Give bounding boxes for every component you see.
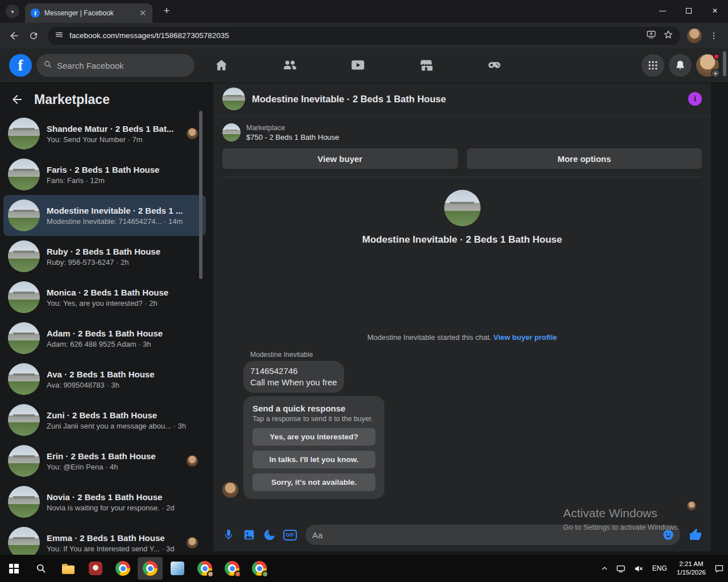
system-clock[interactable]: 2:21 AM 1/15/2026 (672, 555, 710, 582)
seen-indicator-avatar (687, 501, 696, 510)
reload-icon[interactable] (25, 27, 42, 44)
facebook-header: f Search Facebook (0, 48, 728, 82)
chrome-icon-4[interactable] (246, 555, 273, 582)
conversation-item[interactable]: Modestine Inevitable · 2 Beds 1 ... Mode… (3, 195, 206, 236)
conversation-sender-avatar (187, 128, 198, 139)
notifications-bell-icon[interactable] (669, 54, 692, 77)
tab-friends[interactable] (274, 52, 305, 79)
conversation-item[interactable]: Adam · 2 Beds 1 Bath House Adam: 626 488… (3, 318, 206, 359)
conversation-time: · 4h (103, 463, 118, 471)
message-input[interactable] (312, 530, 661, 540)
tab-title: Messenger | Facebook (44, 9, 133, 17)
tab-watch[interactable] (342, 52, 374, 79)
install-app-icon[interactable] (646, 30, 656, 42)
site-info-icon[interactable] (55, 30, 64, 41)
facebook-search-input[interactable]: Search Facebook (36, 54, 195, 77)
conversation-name: Ruby · 2 Beds 1 Bath House (47, 247, 201, 256)
page-scrollbar[interactable] (723, 51, 726, 76)
listing-title: $750 - 2 Beds 1 Bath House (246, 133, 339, 142)
network-icon[interactable] (612, 555, 630, 582)
chrome-icon-2[interactable] (191, 555, 218, 582)
chrome-icon-3[interactable] (218, 555, 246, 582)
chrome-icon-active[interactable] (138, 557, 163, 580)
browser-tab[interactable]: f Messenger | Facebook ✕ (25, 3, 152, 23)
conversation-preview: Adam: 626 488 9525 Adam (47, 340, 136, 348)
conversation-preview: You: If You are Interested send Y... (47, 544, 160, 553)
conversation-item[interactable]: Ruby · 2 Beds 1 Bath House Ruby: 956-573… (3, 236, 206, 277)
url-bar[interactable]: facebook.com/messages/t/1586827305782035 (48, 27, 680, 45)
conversation-item[interactable]: Novia · 2 Beds 1 Bath House Novia is wai… (3, 481, 206, 522)
sidebar-header: Marketplace (0, 82, 209, 112)
conversation-time: · 3h (105, 381, 119, 389)
speaker-muted-icon[interactable] (630, 555, 647, 582)
conversation-preview: Modestine Inevitable: 714654274... (47, 217, 162, 226)
conversation-time: · 7m (126, 135, 143, 144)
conversation-item[interactable]: Emma · 2 Beds 1 Bath House You: If You a… (3, 522, 206, 555)
chat-listing-avatar[interactable] (222, 88, 245, 110)
account-avatar[interactable]: ▾ (696, 54, 719, 77)
bookmark-star-icon[interactable] (663, 30, 673, 42)
close-button[interactable]: ✕ (702, 0, 728, 22)
conversation-info-icon[interactable]: i (688, 92, 702, 106)
taskbar-search-icon[interactable] (27, 555, 55, 582)
tab-home[interactable] (205, 52, 237, 79)
conversation-item[interactable]: Ava · 2 Beds 1 Bath House Ava: 909504878… (3, 359, 206, 400)
message-line-2: Call me When you free (250, 377, 337, 388)
sidebar-title: Marketplace (34, 92, 110, 107)
conversation-name: Ava · 2 Beds 1 Bath House (47, 369, 201, 379)
windows-logo-icon (9, 564, 19, 573)
chat-header: Modestine Inevitable · 2 Beds 1 Bath Hou… (213, 82, 711, 115)
conversation-item[interactable]: Monica · 2 Beds 1 Bath House You: Yes, a… (3, 277, 206, 318)
quick-reply-button[interactable]: In talks. I'll let you know. (253, 451, 375, 468)
chrome-icon-1[interactable] (109, 555, 136, 582)
listing-avatar (8, 281, 40, 313)
language-indicator[interactable]: ENG (647, 555, 672, 582)
new-tab-button[interactable]: + (159, 3, 174, 18)
listing-avatar (8, 445, 40, 477)
conversation-time: · 14m (162, 217, 183, 226)
tab-search-button[interactable]: ▾ (6, 5, 19, 18)
emoji-icon[interactable] (661, 527, 676, 542)
sender-profile-avatar[interactable] (222, 482, 238, 498)
back-icon[interactable] (6, 27, 23, 44)
back-arrow-icon[interactable] (9, 92, 25, 107)
gif-icon[interactable]: GIF (283, 527, 297, 542)
quick-reply-button[interactable]: Yes, are you interested? (253, 428, 375, 446)
maximize-button[interactable] (676, 0, 702, 22)
conversation-name: Monica · 2 Beds 1 Bath House (47, 288, 201, 297)
conversation-time: · 3h (171, 422, 186, 430)
voice-clip-icon[interactable] (221, 527, 236, 542)
app-icon-blue[interactable] (164, 555, 191, 582)
thumbs-up-icon[interactable] (688, 527, 703, 542)
browser-menu-icon[interactable] (705, 27, 722, 44)
view-buyer-button[interactable]: View buyer (222, 148, 458, 169)
facebook-logo[interactable]: f (9, 54, 32, 77)
tray-chevron-up-icon[interactable] (597, 555, 612, 582)
conversation-preview: Faris: Faris (47, 176, 84, 185)
minimize-button[interactable]: — (650, 0, 676, 22)
conversation-item[interactable]: Erin · 2 Beds 1 Bath House You: @Erin Pe… (3, 440, 206, 481)
tab-marketplace[interactable] (410, 52, 442, 79)
chat-title: Modestine Inevitable · 2 Beds 1 Bath Hou… (252, 94, 681, 105)
attach-photo-icon[interactable] (242, 527, 257, 542)
apps-grid-icon[interactable] (642, 54, 664, 77)
facebook-header-actions: ▾ (642, 54, 719, 77)
view-buyer-profile-link[interactable]: View buyer profile (494, 333, 557, 342)
browser-profile-avatar[interactable] (686, 27, 703, 44)
conversation-item[interactable]: Zuni · 2 Beds 1 Bath House Zuni Janii se… (3, 400, 206, 440)
tab-gaming[interactable] (478, 52, 510, 79)
tab-close-icon[interactable]: ✕ (138, 8, 148, 18)
more-options-button[interactable]: More options (467, 148, 702, 169)
action-center-icon[interactable] (710, 555, 728, 582)
conversation-item[interactable]: Faris · 2 Beds 1 Bath House Faris: Faris… (3, 154, 206, 195)
conversation-item[interactable]: Shandee Matur · 2 Beds 1 Bat... You: Sen… (3, 113, 206, 154)
page-content: Marketplace Shandee Matur · 2 Beds 1 Bat… (0, 82, 728, 555)
conversation-name: Modestine Inevitable · 2 Beds 1 ... (47, 206, 201, 215)
conversation-time: · 3d (160, 544, 175, 553)
app-icon-red[interactable] (82, 555, 109, 582)
sidebar-scrollbar[interactable] (199, 111, 202, 279)
quick-reply-button[interactable]: Sorry, it's not available. (253, 473, 375, 491)
sticker-icon[interactable] (262, 527, 277, 542)
start-button[interactable] (0, 555, 27, 582)
file-explorer-icon[interactable] (55, 555, 82, 582)
